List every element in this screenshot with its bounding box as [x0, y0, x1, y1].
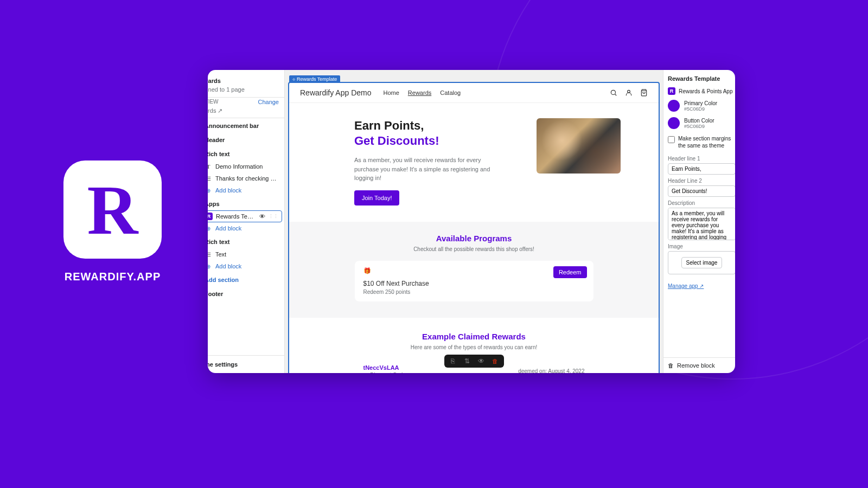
left-sidebar: wards igned to 1 page VIEW Change ards ↗…: [208, 70, 285, 373]
redeem-button[interactable]: Redeem: [553, 266, 587, 278]
programs-subtitle: Checkout all the possible rewards this s…: [327, 246, 621, 252]
manage-app-link[interactable]: Manage app ↗: [668, 283, 704, 289]
brand-name: REWARDIFY.APP: [57, 271, 168, 283]
desc-textarea[interactable]: [668, 208, 735, 240]
cart-icon[interactable]: [640, 89, 648, 97]
account-icon[interactable]: [625, 89, 633, 97]
change-link[interactable]: Change: [258, 99, 279, 105]
assigned-text: igned to 1 page: [208, 86, 284, 97]
preview-pane: ⟐Rewards Template Rewardify App Demo Hom…: [285, 70, 663, 373]
claim-date: deemed on: August 4, 2022: [518, 368, 584, 374]
margin-checkbox-row[interactable]: Make section margins the same as theme: [668, 132, 735, 152]
svg-point-1: [628, 90, 630, 93]
programs-section: Available Programs Checkout all the poss…: [289, 222, 659, 318]
plus-icon: ⊕: [208, 262, 212, 270]
text-icon: T: [208, 163, 212, 170]
select-image-button[interactable]: Select image: [681, 257, 723, 268]
header1-label: Header line 1: [668, 152, 735, 163]
desc-label: Description: [668, 197, 735, 208]
store-nav: Home Rewards Catalog: [384, 89, 461, 96]
nav-rewards[interactable]: Rewards: [408, 89, 431, 96]
primary-color-row[interactable]: Primary Color #5C06D9: [668, 97, 735, 114]
item-rewards-template[interactable]: R Rewards Template 👁 ⋮⋮: [208, 210, 282, 222]
add-block-3[interactable]: ⊕ Add block: [208, 260, 284, 272]
item-demo-info[interactable]: T Demo Information: [208, 160, 284, 172]
brand-block: R REWARDIFY.APP: [57, 160, 168, 283]
floating-toolbar: ⎘ ⇅ 👁 🗑: [444, 355, 504, 368]
button-color-row[interactable]: Button Color #5C06D9: [668, 114, 735, 132]
rp-app-row[interactable]: R Rewards & Points App: [668, 85, 735, 97]
item-thanks[interactable]: ☰ Thanks for checking out our...: [208, 172, 284, 184]
program-card: Redeem 🎁 $10 Off Next Purchase Redeem 25…: [355, 261, 593, 301]
image-selector: Select image: [668, 251, 735, 274]
header1-input[interactable]: [668, 163, 735, 175]
plus-icon: ⊕: [208, 187, 212, 194]
margin-checkbox[interactable]: [668, 136, 675, 143]
preview-tag: ⟐Rewards Template: [289, 75, 340, 83]
section-announcement[interactable]: Announcement bar: [208, 118, 284, 132]
tool-duplicate-icon[interactable]: ⎘: [449, 357, 457, 365]
eye-icon[interactable]: 👁: [259, 213, 265, 220]
hero-image: [537, 118, 621, 174]
right-sidebar: Rewards Template R Rewards & Points App …: [663, 70, 735, 373]
remove-block-row[interactable]: 🗑 Remove block: [663, 357, 735, 373]
hero-desc: As a member, you will receive rewards fo…: [354, 156, 506, 183]
store-header: Rewardify App Demo Home Rewards Catalog: [289, 83, 659, 103]
join-button[interactable]: Join Today!: [354, 190, 399, 206]
nav-home[interactable]: Home: [384, 89, 399, 96]
brand-logo: R: [63, 160, 162, 259]
editor-window: wards igned to 1 page VIEW Change ards ↗…: [208, 70, 735, 373]
store-name: Rewardify App Demo: [300, 88, 372, 97]
view-label: VIEW: [208, 99, 219, 105]
program-title: $10 Off Next Purchase: [363, 280, 585, 287]
claimed-subtitle: Here are some of the types of rewards yo…: [327, 344, 621, 350]
hero-heading: Earn Points, Get Discounts!: [354, 118, 515, 148]
plus-icon: ⊕: [208, 224, 212, 232]
view-target[interactable]: ards ↗: [208, 106, 284, 115]
claimed-title: Example Claimed Rewards: [327, 332, 621, 341]
add-section[interactable]: Add section: [208, 272, 284, 286]
section-richtext2[interactable]: Rich text: [208, 234, 284, 248]
tool-move-icon[interactable]: ⇅: [463, 357, 471, 365]
claim-code: tNeccVsLAA: [363, 364, 406, 371]
item-text[interactable]: ☰ Text: [208, 248, 284, 260]
primary-color-swatch[interactable]: [668, 100, 680, 112]
app-icon: R: [668, 87, 675, 95]
program-cost: Redeem 250 points: [363, 289, 585, 295]
paragraph-icon: ☰: [208, 251, 212, 258]
header2-input[interactable]: [668, 185, 735, 197]
gift-icon: 🎁: [363, 267, 371, 274]
tool-delete-icon[interactable]: 🗑: [491, 358, 500, 364]
section-footer[interactable]: Footer: [208, 286, 284, 300]
add-block-2[interactable]: ⊕ Add block: [208, 222, 284, 234]
section-apps[interactable]: Apps: [208, 196, 284, 210]
add-block-1[interactable]: ⊕ Add block: [208, 184, 284, 196]
paragraph-icon: ☰: [208, 175, 212, 182]
search-icon[interactable]: [610, 89, 617, 97]
button-color-swatch[interactable]: [668, 117, 680, 129]
programs-title: Available Programs: [327, 234, 621, 243]
section-richtext1[interactable]: Rich text: [208, 146, 284, 160]
header2-label: Header Line 2: [668, 175, 735, 185]
theme-settings[interactable]: me settings: [208, 355, 284, 373]
template-title: wards: [208, 75, 284, 86]
trash-icon: 🗑: [668, 362, 674, 369]
claim-type: 🎟 Discount Code: [363, 372, 406, 374]
hero-section: Earn Points, Get Discounts! As a member,…: [289, 103, 659, 222]
nav-catalog[interactable]: Catalog: [440, 89, 461, 96]
rp-title: Rewards Template: [668, 75, 735, 85]
brand-letter: R: [87, 175, 138, 245]
rewards-icon: R: [208, 213, 213, 220]
section-header[interactable]: Header: [208, 132, 284, 146]
preview-frame: Rewardify App Demo Home Rewards Catalog: [288, 82, 660, 373]
drag-icon[interactable]: ⋮⋮: [269, 214, 278, 219]
svg-point-0: [611, 90, 615, 94]
image-label: Image: [668, 240, 735, 251]
tool-hide-icon[interactable]: 👁: [477, 357, 486, 365]
